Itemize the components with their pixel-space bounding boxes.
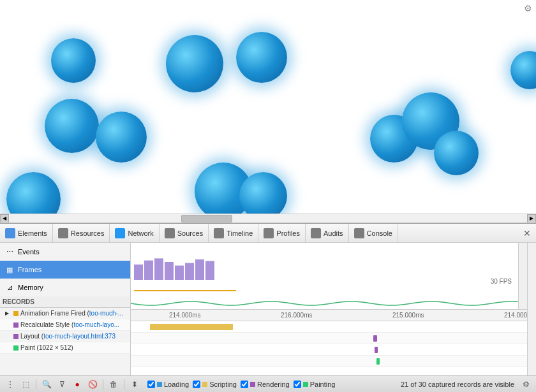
memory-icon: ⊿ [5,283,14,292]
bubble [510,51,536,89]
painting-checkbox-input[interactable] [294,381,301,388]
bubble [434,131,479,175]
svg-rect-5 [264,228,274,238]
scroll-left-button[interactable]: ◀ [0,214,9,223]
status-bar: ⋮ ⬚ 🔍 ⊽ ● 🚫 🗑 ⬍ LoadingScriptingRenderin… [0,375,536,392]
tab-timeline[interactable]: Timeline [209,224,258,242]
viewport-scrollbar[interactable]: ◀ ▶ [0,214,536,222]
frames-icon: ▦ [5,265,14,274]
elements-tab-icon [5,228,15,238]
loading-label: Loading [164,381,189,388]
chart-scrollbar[interactable] [518,243,527,309]
devtools-panel: ElementsResourcesNetworkSourcesTimelineP… [0,223,536,392]
dock-button[interactable]: ⬚ [19,378,32,391]
right-scrollbar[interactable] [527,243,536,375]
chart-section: 30 FPS [131,243,527,310]
timeline-tab-label: Timeline [227,229,253,237]
timeline-tab-icon [214,228,224,238]
record-row-left-layout: Layout (too-much-layout.html:373 [0,331,130,342]
left-panel-item-memory[interactable]: ⊿Memory [0,279,130,296]
rendering-checkbox-input[interactable] [241,381,248,388]
timeline-area: 30 FPS 214.000ms216.000ms215.000ms214.00… [131,243,527,375]
checkbox-loading[interactable]: Loading [147,381,189,388]
checkbox-scripting[interactable]: Scripting [193,381,237,388]
record-button[interactable]: ● [71,378,84,391]
records-label-text: RECORDS [3,298,34,305]
record-row-left-paint: Paint (1022 × 512) [0,342,130,354]
tab-network[interactable]: Network [110,224,159,242]
sources-tab-icon [165,228,175,238]
ruler-mark: 216.000ms [281,312,312,319]
record-row-left-recalculate-style: Recalculate Style (too-much-layo... [0,319,130,331]
gear-icon[interactable]: ⚙ [522,3,533,14]
record-expand-recalculate-style[interactable] [3,321,11,330]
scripting-label: Scripting [209,381,237,388]
audits-tab-icon [311,228,321,238]
record-expand-paint[interactable] [3,344,11,352]
scroll-right-button[interactable]: ▶ [527,214,536,223]
checkbox-rendering[interactable]: Rendering [241,381,290,388]
record-row-right-recalculate-style [131,333,527,344]
scripting-checkbox-input[interactable] [193,381,200,388]
chart-canvas [131,243,527,309]
bubble [239,172,287,220]
left-panel-item-events[interactable]: ⋯Events [0,243,130,261]
network-tab-label: Network [128,229,153,237]
fps-label: 30 FPS [491,278,512,285]
checkbox-painting[interactable]: Painting [294,381,336,388]
bubble [51,38,96,83]
network-tab-icon [115,228,125,238]
filter-button[interactable]: ⋮ [4,378,17,391]
scrollbar-track[interactable] [9,214,527,223]
record-label-recalculate-style: Recalculate Style (too-much-layo... [20,321,119,328]
rendering-label: Rendering [257,381,290,388]
stop-button[interactable]: 🚫 [86,378,99,391]
profiles-tab-label: Profiles [276,229,300,237]
loading-checkbox-input[interactable] [147,381,155,388]
bubble [166,35,223,92]
record-row-right-layout [131,344,527,356]
record-expand-layout[interactable] [3,332,11,341]
filter-icon[interactable]: ⊽ [56,378,68,391]
record-color-animation-frame [13,311,19,316]
tab-sources[interactable]: Sources [160,224,209,242]
visible-records-text: 21 of 30 captured records are visible [401,381,514,388]
frames-label: Frames [18,266,41,273]
console-tab-icon [354,228,364,238]
bubble-canvas [0,0,536,214]
separator-1 [36,379,36,389]
record-label-layout: Layout (too-much-layout.html:373 [20,333,115,340]
tab-resources[interactable]: Resources [53,224,110,242]
svg-rect-6 [311,228,321,238]
tab-elements[interactable]: Elements [0,224,53,242]
svg-rect-4 [214,228,224,238]
tab-console[interactable]: Console [349,224,398,242]
search-button[interactable]: 🔍 [40,378,53,391]
import-button[interactable]: ⬍ [128,378,141,391]
left-panel-item-frames[interactable]: ▦Frames [0,261,130,279]
elements-tab-label: Elements [18,229,47,237]
console-tab-label: Console [367,229,392,237]
record-color-layout [13,334,19,339]
tab-profiles[interactable]: Profiles [258,224,306,242]
bubble [45,99,99,153]
left-panel: ⋯Events▦Frames⊿Memory RECORDS ▶Animation… [0,243,131,375]
settings-button[interactable]: ⚙ [519,378,532,391]
scrollbar-thumb[interactable] [181,215,232,222]
bubble [96,112,147,163]
record-color-recalculate-style [13,323,19,328]
close-devtools-button[interactable]: ✕ [518,224,536,243]
records-list [131,321,527,375]
records-left-panel: ▶Animation Frame Fired (too-much-...Reca… [0,308,130,354]
records-section: 214.000ms216.000ms215.000ms214.000ms [131,310,527,375]
rendering-color [250,382,255,387]
audits-tab-label: Audits [324,229,343,237]
tab-audits[interactable]: Audits [306,224,349,242]
record-expand-animation-frame[interactable]: ▶ [3,309,11,318]
resources-tab-icon [58,228,68,238]
events-label: Events [18,248,40,256]
record-row-left-animation-frame: ▶Animation Frame Fired (too-much-... [0,308,130,319]
record-label-animation-frame: Animation Frame Fired (too-much-... [20,310,123,317]
svg-rect-7 [354,228,364,238]
trash-button[interactable]: 🗑 [107,378,120,391]
